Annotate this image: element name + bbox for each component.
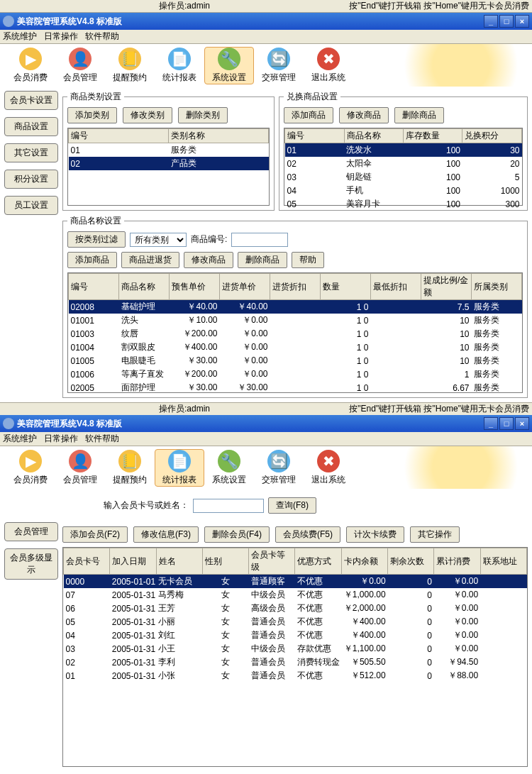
toolbar-系统设置[interactable]: 🔧系统设置 bbox=[204, 450, 254, 486]
table-row[interactable]: 01006等离子直发￥200.00￥0.001 01服务类 bbox=[69, 367, 522, 381]
table-row[interactable]: 042005-01-31刘红女普通会员不优惠￥400.000￥0.00 bbox=[64, 629, 527, 642]
btn-添加商品[interactable]: 添加商品 bbox=[284, 107, 333, 123]
col-剩余次数[interactable]: 剩余次数 bbox=[388, 548, 434, 575]
col-编号[interactable]: 编号 bbox=[69, 274, 119, 300]
btn-添加会员(F2)[interactable]: 添加会员(F2) bbox=[62, 526, 128, 543]
col-编号[interactable]: 编号 bbox=[285, 129, 344, 143]
member-search-input[interactable] bbox=[193, 499, 264, 513]
table-row[interactable]: 072005-01-31马秀梅女中级会员不优惠￥1,000.000￥0.00 bbox=[64, 588, 527, 602]
col-联系地址[interactable]: 联系地址 bbox=[480, 548, 526, 575]
col-会员卡号[interactable]: 会员卡号 bbox=[64, 548, 110, 575]
table-row[interactable]: 01洗发水10030 bbox=[285, 143, 522, 157]
toolbar-会员管理[interactable]: 👤会员管理 bbox=[55, 48, 105, 84]
col-会员卡等级[interactable]: 会员卡等级 bbox=[249, 548, 295, 575]
table-row[interactable]: 02太阳伞10020 bbox=[285, 157, 522, 170]
table-row[interactable]: 052005-01-31小丽女普通会员不优惠￥400.000￥0.00 bbox=[64, 615, 527, 629]
maximize-button[interactable]: □ bbox=[499, 15, 514, 28]
sidebtn2-会员多级显示[interactable]: 会员多级显示 bbox=[4, 548, 58, 580]
table-row[interactable]: 01004割双眼皮￥400.00￥0.001 010服务类 bbox=[69, 341, 522, 354]
table-row[interactable]: 04手机1001000 bbox=[285, 184, 522, 197]
menu-软件帮助[interactable]: 软件帮助 bbox=[85, 31, 119, 43]
btn-帮助[interactable]: 帮助 bbox=[292, 252, 324, 268]
btn-修改信息(F3)[interactable]: 修改信息(F3) bbox=[133, 526, 199, 543]
col-预售单价[interactable]: 预售单价 bbox=[170, 274, 220, 300]
btn-修改商品[interactable]: 修改商品 bbox=[184, 252, 233, 268]
minimize-button-2[interactable]: _ bbox=[484, 417, 498, 430]
toolbar-统计报表[interactable]: 📄统计报表 bbox=[155, 48, 204, 84]
btn-删除会员(F4)[interactable]: 删除会员(F4) bbox=[204, 526, 270, 543]
sidebtn-会员卡设置[interactable]: 会员卡设置 bbox=[4, 91, 58, 110]
table-row[interactable]: 05美容月卡100300 bbox=[285, 197, 522, 211]
col-兑换积分[interactable]: 兑换积分 bbox=[462, 129, 522, 143]
col-累计消费[interactable]: 累计消费 bbox=[434, 548, 480, 575]
sidebtn2-会员管理[interactable]: 会员管理 bbox=[4, 522, 58, 541]
menu-日常操作[interactable]: 日常操作 bbox=[44, 433, 78, 445]
menu-系统维护[interactable]: 系统维护 bbox=[3, 31, 37, 43]
close-button[interactable]: × bbox=[515, 15, 529, 28]
toolbar-系统设置[interactable]: 🔧系统设置 bbox=[204, 47, 254, 84]
btn-修改类别[interactable]: 修改类别 bbox=[123, 107, 172, 123]
table-row[interactable]: 022005-01-31李利女普通会员消费转现金￥505.500￥94.50 bbox=[64, 656, 527, 669]
btn-计次卡续费[interactable]: 计次卡续费 bbox=[346, 526, 404, 543]
query-button[interactable]: 查询(F8) bbox=[268, 497, 316, 514]
btn-删除商品[interactable]: 删除商品 bbox=[238, 252, 287, 268]
col-库存数量[interactable]: 库存数量 bbox=[404, 129, 462, 143]
table-row[interactable]: 062005-01-31王芳女高级会员不优惠￥2,000.000￥0.00 bbox=[64, 602, 527, 615]
menu-系统维护[interactable]: 系统维护 bbox=[3, 433, 37, 445]
btn-商品进退货[interactable]: 商品进退货 bbox=[121, 252, 179, 268]
col-编号[interactable]: 编号 bbox=[69, 129, 169, 143]
col-类别名称[interactable]: 类别名称 bbox=[169, 129, 269, 143]
col-数量[interactable]: 数量 bbox=[321, 274, 371, 300]
col-姓名[interactable]: 姓名 bbox=[156, 548, 202, 575]
toolbar-交班管理[interactable]: 🔄交班管理 bbox=[254, 48, 304, 84]
toolbar-会员消费[interactable]: ▶会员消费 bbox=[6, 48, 55, 84]
col-商品名称[interactable]: 商品名称 bbox=[119, 274, 170, 300]
toolbar-提醒预约[interactable]: 📒提醒预约 bbox=[105, 450, 155, 486]
toolbar-退出系统[interactable]: ✖退出系统 bbox=[304, 450, 353, 486]
table-row[interactable]: 032005-01-31小王女中级会员存款优惠￥1,100.000￥0.00 bbox=[64, 642, 527, 656]
col-进货单价[interactable]: 进货单价 bbox=[220, 274, 270, 300]
toolbar-会员消费[interactable]: ▶会员消费 bbox=[6, 450, 55, 486]
btn-删除商品[interactable]: 删除商品 bbox=[394, 107, 444, 123]
sidebtn-商品设置[interactable]: 商品设置 bbox=[4, 117, 58, 136]
col-卡内余额[interactable]: 卡内余额 bbox=[341, 548, 387, 575]
toolbar-退出系统[interactable]: ✖退出系统 bbox=[304, 48, 353, 84]
col-最低折扣[interactable]: 最低折扣 bbox=[371, 274, 421, 300]
col-提成比例/金额[interactable]: 提成比例/金额 bbox=[421, 274, 472, 300]
col-性别[interactable]: 性别 bbox=[202, 548, 248, 575]
col-所属类别[interactable]: 所属类别 bbox=[472, 274, 522, 300]
filter-by-category-button[interactable]: 按类别过滤 bbox=[67, 231, 126, 248]
table-row[interactable]: 00002005-01-01无卡会员女普通顾客不优惠￥0.000￥0.00 bbox=[64, 575, 527, 589]
col-商品名称[interactable]: 商品名称 bbox=[344, 129, 403, 143]
toolbar-会员管理[interactable]: 👤会员管理 bbox=[55, 450, 105, 486]
close-button-2[interactable]: × bbox=[515, 417, 529, 430]
col-优惠方式[interactable]: 优惠方式 bbox=[295, 548, 341, 575]
menu-软件帮助[interactable]: 软件帮助 bbox=[85, 433, 119, 445]
minimize-button[interactable]: _ bbox=[484, 15, 498, 28]
btn-其它操作[interactable]: 其它操作 bbox=[410, 526, 460, 543]
btn-修改商品[interactable]: 修改商品 bbox=[339, 107, 389, 123]
product-code-input[interactable] bbox=[231, 233, 288, 247]
table-row[interactable]: 012005-01-31小张女普通会员不优惠￥512.000￥88.00 bbox=[64, 669, 527, 682]
table-row[interactable]: 01003纹唇￥200.00￥0.001 010服务类 bbox=[69, 327, 522, 341]
btn-删除类别[interactable]: 删除类别 bbox=[178, 107, 228, 123]
table-row[interactable]: 01001洗头￥10.00￥0.001 010服务类 bbox=[69, 314, 522, 327]
table-row[interactable]: 02008基础护理￥40.00￥40.001 07.5服务类 bbox=[69, 300, 522, 314]
category-filter-select[interactable]: 所有类别 bbox=[130, 233, 187, 247]
col-加入日期[interactable]: 加入日期 bbox=[110, 548, 156, 575]
table-row[interactable]: 02产品类 bbox=[69, 157, 269, 170]
menu-日常操作[interactable]: 日常操作 bbox=[44, 31, 78, 43]
toolbar-交班管理[interactable]: 🔄交班管理 bbox=[254, 450, 304, 486]
maximize-button-2[interactable]: □ bbox=[499, 417, 514, 430]
btn-添加商品[interactable]: 添加商品 bbox=[67, 252, 117, 268]
table-row[interactable]: 03钥匙链1005 bbox=[285, 170, 522, 184]
toolbar-统计报表[interactable]: 📄统计报表 bbox=[155, 449, 204, 487]
sidebtn-其它设置[interactable]: 其它设置 bbox=[4, 143, 58, 162]
sidebtn-员工设置[interactable]: 员工设置 bbox=[4, 196, 58, 215]
table-row[interactable]: 01005电眼睫毛￥30.00￥0.001 010服务类 bbox=[69, 354, 522, 367]
sidebtn-积分设置[interactable]: 积分设置 bbox=[4, 170, 58, 189]
table-row[interactable]: 01服务类 bbox=[69, 143, 269, 157]
table-row[interactable]: 02005面部护理￥30.00￥30.001 06.67服务类 bbox=[69, 381, 522, 393]
toolbar-提醒预约[interactable]: 📒提醒预约 bbox=[105, 48, 155, 84]
btn-添加类别[interactable]: 添加类别 bbox=[67, 107, 117, 123]
